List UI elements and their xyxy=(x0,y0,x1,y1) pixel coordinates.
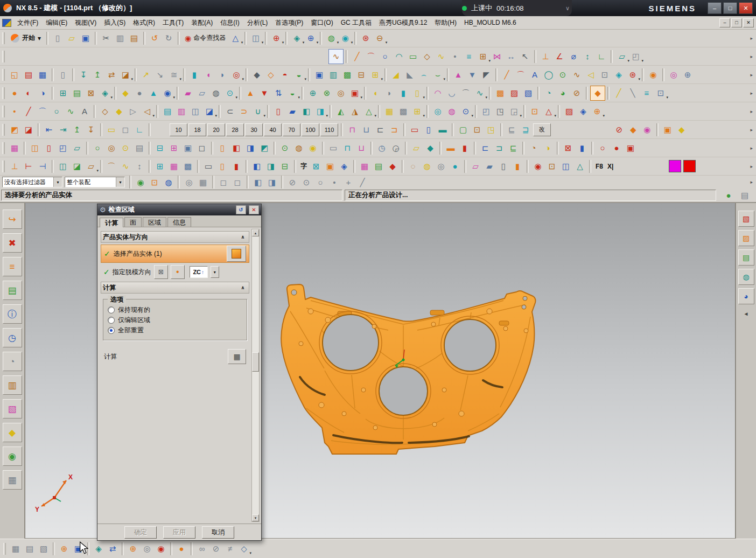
toolbar-number-button[interactable]: 100 xyxy=(302,123,319,136)
toolbar-icon[interactable]: ◨ xyxy=(243,141,257,155)
toolbar-icon[interactable]: ● xyxy=(448,159,462,173)
toolbar-icon[interactable]: ○ xyxy=(313,175,327,189)
toolbar-icon[interactable]: ◨▾ xyxy=(313,104,327,118)
menu-item[interactable]: 帮助(H) xyxy=(431,17,460,29)
menu-item[interactable]: 首选项(P) xyxy=(271,17,307,29)
dialog-titlebar[interactable]: ⚙ 检查区域 ↺ ✕ xyxy=(97,204,261,215)
toolbar-icon[interactable]: ≡ xyxy=(640,86,654,100)
toolbar-icon[interactable]: ◻ xyxy=(118,123,132,137)
toolbar-icon[interactable]: ◩ xyxy=(8,123,22,137)
toolbar-icon[interactable]: ◧ xyxy=(299,104,313,118)
toolbar-icon[interactable]: • xyxy=(448,50,462,64)
toolbar-icon[interactable]: ◧ xyxy=(251,175,265,189)
toolbar-number-button[interactable]: 40 xyxy=(264,123,282,136)
toolbar-icon[interactable]: ◇ xyxy=(98,104,112,118)
toolbar-icon[interactable]: ↔ xyxy=(504,50,518,64)
calculate-button[interactable]: ▦ xyxy=(228,349,246,364)
toolbar-icon[interactable]: ▩ xyxy=(493,86,507,100)
toolbar-icon[interactable]: ▯ xyxy=(496,159,510,173)
toolbar-icon[interactable]: ∿▾ xyxy=(473,86,487,100)
toolbar-icon[interactable]: ⊕ xyxy=(126,542,140,556)
toolbar-icon[interactable]: ◎ xyxy=(182,175,196,189)
dock-icon[interactable]: ◆ xyxy=(3,423,22,442)
toolbar-icon[interactable]: ◉ xyxy=(306,141,320,155)
menu-item[interactable]: 插入(S) xyxy=(100,17,129,29)
scroll-down-icon[interactable]: ▼ xyxy=(252,514,259,521)
toolbar-icon[interactable]: ▧ xyxy=(521,86,535,100)
collapse-icon[interactable]: ∧ xyxy=(239,285,247,290)
dock-icon[interactable]: ◔ xyxy=(3,352,22,371)
toolbar-overflow-icon[interactable]: ▸ xyxy=(749,90,754,96)
axis-combo-arrow[interactable]: ▾ xyxy=(211,266,219,278)
toolbar-icon[interactable]: ⊟ xyxy=(278,159,292,173)
toolbar-icon[interactable]: ≅▾ xyxy=(167,68,181,82)
command-finder-button[interactable]: ◉命令查找器 xyxy=(182,33,228,43)
menu-item[interactable]: 窗口(O) xyxy=(307,17,337,29)
toolbar-overflow-icon[interactable]: ▸ xyxy=(749,54,754,59)
toolbar-icon[interactable]: ▯ xyxy=(215,159,229,173)
toolbar-icon[interactable]: ↖ xyxy=(518,50,532,64)
toolbar-number-button[interactable]: 20 xyxy=(207,123,225,136)
apply-button[interactable]: 应用 xyxy=(163,526,195,539)
toolbar-icon[interactable]: ◓ xyxy=(278,68,292,82)
toolbar-icon[interactable]: ◒▾ xyxy=(285,86,299,100)
toolbar-text-icon[interactable]: X| xyxy=(605,163,615,170)
toolbar-icon[interactable]: △▾ xyxy=(542,104,556,118)
dialog-reset-button[interactable]: ↺ xyxy=(236,205,246,214)
toolbar-icon[interactable]: ⊃ xyxy=(237,104,251,118)
toolbar-icon[interactable]: ▣ xyxy=(624,141,638,155)
toolbar-icon[interactable]: ▭ xyxy=(408,123,422,137)
menu-item[interactable]: 分析(L) xyxy=(243,17,272,29)
toolbar-icon[interactable]: ◆ xyxy=(386,159,400,173)
toolbar-icon[interactable]: ◍ xyxy=(209,86,223,100)
select-product-body-row[interactable]: ✓ 选择产品实体 (1) xyxy=(101,245,249,263)
toolbar-icon[interactable]: ↥ xyxy=(90,68,104,82)
dock-icon[interactable]: ▦ xyxy=(3,470,22,490)
toolbar-overflow-icon[interactable]: ▸ xyxy=(749,36,754,41)
toolbar-icon[interactable]: ▦ xyxy=(9,542,23,556)
toolbar-icon[interactable]: ⇄ xyxy=(106,542,120,556)
toolbar-text-icon[interactable]: F8 xyxy=(593,163,605,170)
toolbar-icon[interactable]: ▣ xyxy=(79,31,93,45)
toolbar-icon[interactable]: ▯ xyxy=(42,141,56,155)
dialog-tab[interactable]: 信息 xyxy=(167,217,191,227)
minimize-button[interactable]: – xyxy=(708,2,722,14)
toolbar-icon[interactable]: ⊞ xyxy=(56,86,70,100)
color-swatch[interactable] xyxy=(669,160,681,172)
toolbar-icon[interactable]: ⊐ xyxy=(387,123,401,137)
status-doc-icon[interactable]: ▤ xyxy=(738,189,752,203)
toolbar-icon[interactable]: ▭ xyxy=(406,50,420,64)
toolbar-icon[interactable]: ◍ xyxy=(445,104,459,118)
toolbar-icon[interactable]: ▦ xyxy=(196,175,210,189)
toolbar-icon[interactable]: ▢ xyxy=(456,123,470,137)
toolbar-icon[interactable]: ⊞ xyxy=(167,141,181,155)
toolbar-icon[interactable]: ◆ xyxy=(112,104,126,118)
toolbar-icon[interactable]: ◇ xyxy=(420,50,434,64)
toolbar-icon[interactable]: ◠ xyxy=(392,50,406,64)
dialog-tab[interactable]: 计算 xyxy=(100,218,123,227)
cancel-button[interactable]: 取消 xyxy=(202,526,234,539)
toolbar-overflow-icon[interactable]: ▸ xyxy=(749,127,754,132)
toolbar-icon[interactable]: ⊘ xyxy=(612,123,626,137)
toolbar-icon[interactable]: A xyxy=(528,68,542,82)
dialog-tab[interactable]: 区域 xyxy=(143,217,166,227)
toolbar-icon[interactable]: ▲ xyxy=(146,86,160,100)
toolbar-icon[interactable]: ◻ xyxy=(195,141,209,155)
toolbar-icon[interactable]: ● xyxy=(174,542,188,556)
toolbar-icon[interactable]: ◉ xyxy=(134,175,148,189)
toolbar-icon[interactable]: ▯ xyxy=(422,123,436,137)
toolbar-icon[interactable]: ↘ xyxy=(153,68,167,82)
toolbar-icon[interactable]: ◆ xyxy=(250,68,264,82)
toolbar-icon[interactable]: ◰ xyxy=(56,141,70,155)
toolbar-number-button[interactable]: 10 xyxy=(170,123,187,136)
toolbar-icon[interactable]: ◎ xyxy=(104,141,118,155)
toolbar-icon[interactable]: ⊟ xyxy=(354,68,368,82)
maximize-button[interactable]: □ xyxy=(723,2,737,14)
toolbar-icon[interactable]: ◉▾ xyxy=(338,31,352,45)
toolbar-icon[interactable]: ◪▾ xyxy=(202,104,216,118)
toolbar-icon[interactable]: ⊞▾ xyxy=(368,68,382,82)
toolbar-icon[interactable]: ◈ xyxy=(92,542,106,556)
toolbar-icon[interactable]: △ xyxy=(573,159,587,173)
toolbar-icon[interactable]: ⊓ xyxy=(340,141,354,155)
section-header-calculate[interactable]: 计算 ∧ xyxy=(101,282,249,294)
